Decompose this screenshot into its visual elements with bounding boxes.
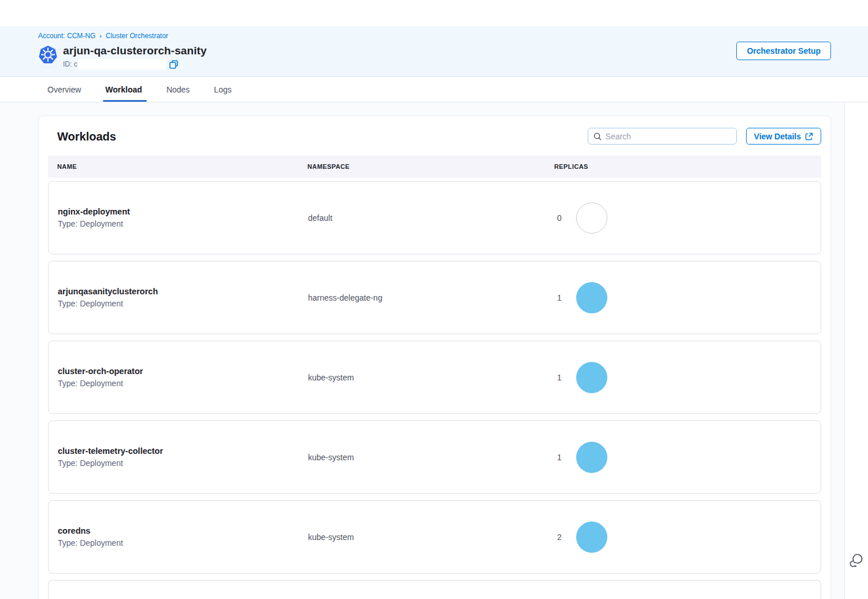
table-header: NAME NAMESPACE REPLICAS [48, 156, 821, 178]
replica-status-circle [576, 442, 607, 473]
workload-name: coredns [58, 526, 308, 535]
breadcrumb-account-link[interactable]: Account: CCM-NG [38, 32, 95, 40]
column-header-name: NAME [57, 163, 307, 170]
page: Account: CCM-NG › Cluster Orchestrator [0, 0, 868, 599]
page-title: arjun-qa-clusterorch-sanity [63, 45, 207, 57]
replica-status-circle [576, 282, 607, 313]
search-input[interactable] [606, 132, 731, 141]
workload-name-cell: nginx-deploymentType: Deployment [58, 207, 308, 228]
workload-name: cluster-telemetry-collector [58, 446, 308, 456]
tab-workload[interactable]: Workload [105, 77, 142, 102]
chat-bubbles-icon[interactable] [848, 553, 863, 569]
title-row: arjun-qa-clusterorch-sanity ID: c [38, 45, 831, 69]
workloads-actions: View Details [588, 128, 821, 145]
workload-name: arjunqasanityclusterorch [58, 287, 308, 296]
replica-count: 2 [555, 533, 562, 542]
breadcrumb-section-link[interactable]: Cluster Orchestrator [106, 32, 168, 40]
replica-status-circle [576, 362, 607, 393]
workload-replicas-cell: 2 [555, 522, 821, 553]
kubernetes-icon [38, 45, 58, 65]
entity-id-label: ID: c [63, 60, 77, 68]
search-icon [593, 132, 602, 140]
workload-replicas-cell: 0 [555, 202, 821, 234]
workload-type: Type: Deployment [58, 299, 308, 308]
right-strip [845, 102, 868, 599]
table-row[interactable]: cluster-orch-operatorType: Deploymentkub… [48, 341, 821, 414]
workload-name: cluster-orch-operator [58, 367, 308, 376]
workload-replicas-cell: 1 [555, 442, 821, 473]
tab-nodes[interactable]: Nodes [166, 77, 190, 102]
view-details-label: View Details [754, 132, 801, 141]
view-details-button[interactable]: View Details [746, 128, 821, 145]
table-row[interactable]: arjunqasanityclusterorchType: Deployment… [48, 261, 821, 334]
replica-count: 1 [555, 293, 562, 302]
table-row[interactable]: nginx-deploymentType: Deploymentdefault0 [48, 181, 821, 254]
orchestrator-setup-button[interactable]: Orchestrator Setup [736, 42, 831, 60]
workloads-title: Workloads [57, 130, 116, 143]
workloads-card: Workloads View Details [38, 116, 831, 599]
replica-count: 1 [555, 453, 562, 462]
chevron-right-icon: › [99, 32, 102, 39]
entity-id-row: ID: c [63, 59, 207, 69]
workload-name-cell: cluster-telemetry-collectorType: Deploym… [58, 446, 308, 468]
workload-namespace: kube-system [308, 373, 555, 382]
replica-count: 1 [555, 373, 562, 382]
workload-name-cell: corednsType: Deployment [58, 526, 308, 548]
workload-type: Type: Deployment [58, 459, 308, 468]
workload-replicas-cell: 1 [555, 362, 821, 393]
tab-overview[interactable]: Overview [47, 77, 81, 102]
workload-type: Type: Deployment [58, 219, 308, 228]
content-area: Workloads View Details [0, 102, 844, 599]
title-block: arjun-qa-clusterorch-sanity ID: c [63, 45, 207, 69]
search-box[interactable] [588, 128, 737, 145]
workload-namespace: kube-system [308, 453, 555, 462]
workload-name: nginx-deployment [58, 207, 308, 216]
workload-name-cell: arjunqasanityclusterorchType: Deployment [58, 287, 308, 308]
workload-namespace: harness-delegate-ng [308, 293, 555, 302]
replica-count: 0 [555, 213, 562, 223]
workload-namespace: default [308, 213, 555, 223]
column-header-namespace: NAMESPACE [307, 163, 554, 170]
replica-status-circle [576, 522, 607, 553]
replica-status-circle [576, 202, 607, 234]
workload-name-cell: cluster-orch-operatorType: Deployment [58, 367, 308, 388]
workload-type: Type: Deployment [58, 538, 308, 548]
breadcrumb: Account: CCM-NG › Cluster Orchestrator [38, 32, 831, 40]
column-header-replicas: REPLICAS [554, 163, 821, 170]
workload-type: Type: Deployment [58, 379, 308, 388]
table-row-partial[interactable] [48, 580, 821, 599]
copy-icon[interactable] [169, 60, 178, 69]
workload-rows: nginx-deploymentType: Deploymentdefault0… [48, 181, 821, 599]
header-banner: Account: CCM-NG › Cluster Orchestrator [0, 26, 868, 77]
workload-replicas-cell: 1 [555, 282, 821, 313]
entity-id-redacted-box [78, 59, 166, 69]
workloads-card-header: Workloads View Details [48, 116, 821, 156]
tab-logs[interactable]: Logs [214, 77, 231, 102]
external-link-icon [805, 132, 813, 140]
tab-bar: OverviewWorkloadNodesLogs [0, 77, 868, 102]
workload-namespace: kube-system [308, 533, 555, 542]
table-row[interactable]: cluster-telemetry-collectorType: Deploym… [48, 420, 821, 494]
table-row[interactable]: corednsType: Deploymentkube-system2 [48, 500, 821, 574]
